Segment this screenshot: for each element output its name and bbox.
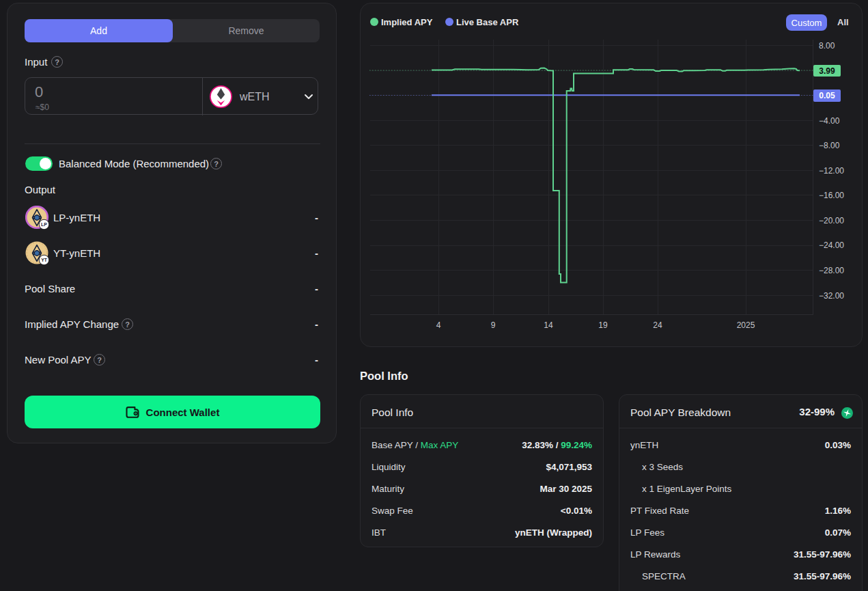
svg-text:LP: LP xyxy=(41,222,47,227)
svg-text:YT: YT xyxy=(41,258,48,262)
